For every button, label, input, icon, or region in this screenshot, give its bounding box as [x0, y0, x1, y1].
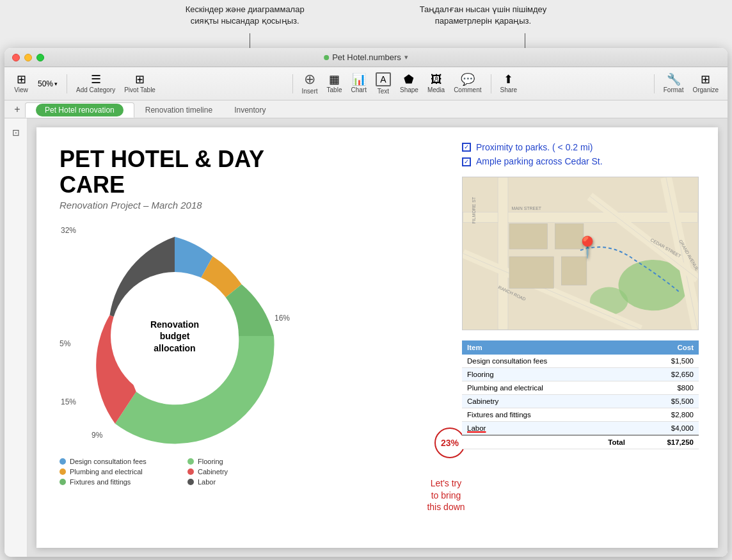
- sheet-tabs: + Pet Hotel renovation Renovation timeli…: [4, 100, 728, 118]
- total-label: Total: [462, 435, 630, 449]
- chart-label-32: 32%: [61, 226, 76, 235]
- share-button[interactable]: ⬆ Share: [497, 71, 521, 96]
- view-button[interactable]: ⊞ View: [10, 71, 33, 96]
- legend-dot-flooring: [187, 458, 194, 465]
- table-row: Design consultation fees $1,500: [462, 355, 699, 368]
- tab-pet-hotel-renovation[interactable]: Pet Hotel renovation: [25, 102, 134, 118]
- left-toolbar: ⊡: [4, 118, 28, 557]
- tab-renovation-timeline[interactable]: Renovation timeline: [134, 102, 223, 118]
- table-label: Table: [327, 86, 342, 93]
- annotation-bring-down: Let's try to bring this down: [420, 477, 472, 513]
- zoom-button[interactable]: 50% ▾: [34, 77, 61, 91]
- legend-dot-labor: [187, 479, 194, 485]
- table-cell-cost: $1,500: [630, 355, 699, 368]
- minimize-button[interactable]: [24, 54, 32, 61]
- view-label: View: [14, 86, 28, 93]
- svg-rect-5: [498, 177, 508, 330]
- hw-text-1: Proximity to parks. ( < 0.2 mi): [476, 140, 593, 154]
- hw-check-line2: ✓ Ample parking across Cedar St.: [462, 154, 705, 168]
- comment-label: Comment: [454, 86, 481, 93]
- legend-item-design: Design consultation fees: [60, 458, 175, 465]
- annotation-left-text: Кескіндер және диаграммалар сияқты нысан…: [186, 4, 305, 27]
- chart-label: Chart: [351, 86, 367, 93]
- donut-chart[interactable]: 32% 5% 15% 9% 16%: [60, 221, 290, 451]
- table-cell-cost: $2,650: [630, 367, 699, 381]
- zoom-chevron-icon: ▾: [54, 81, 58, 87]
- legend-label-labor: Labor: [198, 478, 216, 486]
- canvas[interactable]: PET HOTEL & DAY CARE Renovation Project …: [28, 118, 727, 557]
- table-cell-cost: $2,800: [630, 408, 699, 421]
- text-label: Text: [378, 88, 389, 95]
- table-cell-item: Fixtures and fittings: [462, 408, 630, 421]
- left-column: PET HOTEL & DAY CARE Renovation Project …: [60, 147, 303, 486]
- chart-button[interactable]: 📊 Chart: [347, 71, 370, 96]
- file-name: Pet Hotel.numbers: [332, 52, 401, 62]
- legend-label-fixtures: Fixtures and fittings: [70, 478, 131, 486]
- shape-button[interactable]: ⬟ Shape: [396, 71, 422, 96]
- chart-label-9: 9%: [92, 431, 102, 440]
- media-icon: 🖼: [431, 74, 442, 85]
- format-panel: [727, 118, 728, 557]
- add-category-icon: ☰: [91, 74, 101, 85]
- table-row: Plumbing and electrical $800: [462, 381, 699, 394]
- legend-dot-cabinetry: [187, 468, 194, 475]
- total-row: Total $17,250: [462, 435, 699, 449]
- pivot-table-icon: ⊞: [135, 74, 145, 85]
- shape-icon: ⬟: [404, 74, 414, 85]
- right-column: ✓ Proximity to parks. ( < 0.2 mi) ✓ Ampl…: [462, 140, 705, 449]
- pivot-table-button[interactable]: ⊞ Pivot Table: [120, 71, 159, 96]
- share-icon: ⬆: [504, 74, 513, 85]
- annotation-23-text: 23%: [441, 438, 459, 448]
- table-button[interactable]: ▦ Table: [323, 71, 346, 96]
- add-sheet-button[interactable]: +: [10, 100, 25, 118]
- annotation-right-text: Таңдалған нысан үшін пішімдеу параметрле…: [420, 4, 547, 27]
- table-row: Cabinetry $5,500: [462, 394, 699, 408]
- legend-label-flooring: Flooring: [198, 458, 223, 465]
- tab-inventory[interactable]: Inventory: [223, 102, 276, 118]
- map-widget[interactable]: FILMORE ST MAIN STREET CEDAR STREET RANC…: [462, 177, 699, 330]
- chart-legend: Design consultation fees Flooring Plumbi…: [60, 458, 303, 486]
- insert-button[interactable]: ⊕ Insert: [298, 70, 322, 97]
- format-button[interactable]: 🔧 Format: [660, 71, 688, 96]
- legend-label-design: Design consultation fees: [70, 458, 147, 465]
- pivot-table-label: Pivot Table: [124, 86, 155, 93]
- hw-check-line1: ✓ Proximity to parks. ( < 0.2 mi): [462, 140, 705, 154]
- zoom-value: 50%: [38, 79, 53, 88]
- format-label: Format: [664, 86, 684, 93]
- media-label: Media: [427, 86, 445, 93]
- map-pin-icon: 📍: [575, 235, 600, 259]
- annotation-23-percent: 23%: [434, 428, 465, 458]
- chart-label-16: 16%: [274, 314, 290, 323]
- handwriting-checks: ✓ Proximity to parks. ( < 0.2 mi) ✓ Ampl…: [462, 140, 705, 169]
- content-area: ⊡ PET HOTEL & DAY CARE Renovation Projec…: [4, 118, 728, 557]
- labor-underlined-text: Labor: [467, 424, 486, 432]
- toolbar-sep4: [654, 74, 655, 93]
- insert-icon: ⊕: [304, 72, 315, 86]
- window-title: Pet Hotel.numbers ▾: [324, 52, 408, 62]
- chart-center-label: Renovation budget allocation: [139, 319, 210, 354]
- comment-button[interactable]: 💬 Comment: [450, 71, 485, 96]
- comment-icon: 💬: [461, 74, 475, 85]
- table-row: Fixtures and fittings $2,800: [462, 408, 699, 421]
- annotation-bring-text: Let's try to bring this down: [427, 478, 465, 511]
- add-category-button[interactable]: ☰ Add Category: [72, 71, 119, 96]
- organize-label: Organize: [692, 86, 719, 93]
- insert-label: Insert: [302, 88, 318, 95]
- sidebar-view-button[interactable]: ⊡: [7, 124, 25, 141]
- share-label: Share: [500, 86, 518, 93]
- chevron-down-icon[interactable]: ▾: [404, 53, 408, 61]
- legend-dot-plumbing: [60, 468, 66, 475]
- svg-text:MAIN STREET: MAIN STREET: [511, 205, 541, 210]
- organize-icon: ⊞: [701, 74, 710, 85]
- legend-label-cabinetry: Cabinetry: [198, 468, 228, 476]
- titlebar: Pet Hotel.numbers ▾: [4, 48, 728, 67]
- table-cell-cost: $4,000: [630, 421, 699, 435]
- maximize-button[interactable]: [36, 54, 44, 61]
- table-cell-item: Labor: [462, 421, 630, 435]
- organize-button[interactable]: ⊞ Organize: [688, 71, 722, 96]
- media-button[interactable]: 🖼 Media: [424, 71, 449, 96]
- close-button[interactable]: [12, 54, 20, 61]
- active-tab-label: Pet Hotel renovation: [36, 104, 123, 116]
- text-button[interactable]: A Text: [372, 70, 395, 97]
- svg-rect-19: [509, 257, 553, 289]
